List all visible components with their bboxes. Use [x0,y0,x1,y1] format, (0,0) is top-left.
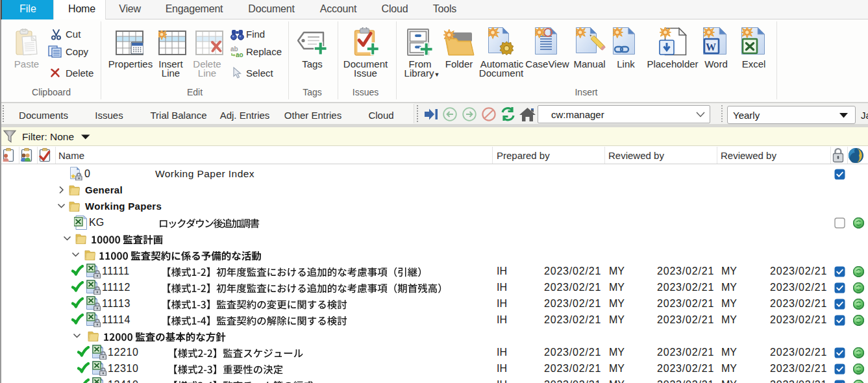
svg-text:ao: ao [236,51,243,58]
svg-text:W: W [706,42,716,53]
